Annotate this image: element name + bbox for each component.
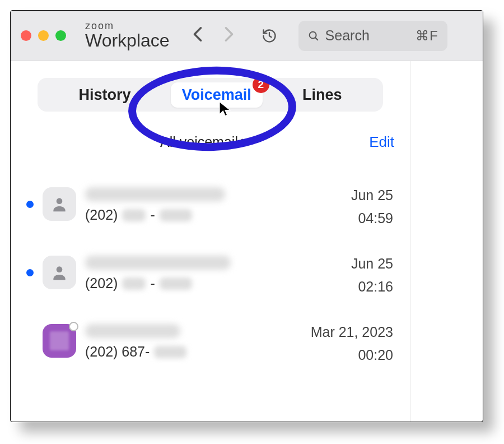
voicemail-list: (202) - Jun 25 04:59 bbox=[22, 176, 399, 381]
row-meta: Mar 21, 2023 00:20 bbox=[298, 324, 393, 363]
chevron-down-icon bbox=[241, 137, 250, 147]
phone-mid-redacted bbox=[122, 209, 146, 221]
unread-indicator bbox=[26, 269, 34, 276]
caller-phone: (202) - bbox=[85, 207, 289, 223]
voicemail-row[interactable]: (202) - Jun 25 02:16 bbox=[22, 244, 399, 313]
presence-offline-icon bbox=[69, 322, 78, 331]
search-input[interactable]: Search ⌘F bbox=[298, 21, 447, 51]
history-icon[interactable] bbox=[262, 28, 277, 44]
voicemail-date: Mar 21, 2023 bbox=[298, 324, 393, 340]
tab-lines[interactable]: Lines bbox=[291, 82, 353, 108]
detail-pane bbox=[410, 61, 483, 422]
search-placeholder: Search bbox=[325, 27, 410, 44]
phone-prefix: (202) bbox=[85, 207, 118, 223]
minimize-window-button[interactable] bbox=[38, 30, 49, 41]
avatar bbox=[43, 187, 76, 221]
filter-label: All voicemail bbox=[160, 134, 238, 150]
tab-label: History bbox=[79, 86, 131, 103]
tab-voicemail[interactable]: Voicemail 2 bbox=[171, 82, 263, 108]
caller-phone: (202) - bbox=[85, 275, 289, 292]
nav-forward-button bbox=[223, 26, 235, 45]
edit-button[interactable]: Edit bbox=[369, 133, 394, 151]
voicemail-filter-dropdown[interactable]: All voicemail bbox=[160, 134, 250, 150]
filter-row: All voicemail Edit bbox=[22, 134, 399, 150]
content-area: History Voicemail 2 Lines All voicemail bbox=[11, 61, 483, 422]
voicemail-duration: 04:59 bbox=[298, 210, 393, 226]
voicemail-row[interactable]: (202) 687- Mar 21, 2023 00:20 bbox=[22, 313, 399, 381]
unread-indicator bbox=[26, 201, 34, 208]
tab-label: Lines bbox=[302, 86, 342, 103]
titlebar: zoom Workplace Search ⌘F bbox=[11, 11, 483, 61]
avatar bbox=[43, 256, 76, 289]
nav-back-button[interactable] bbox=[192, 26, 203, 45]
tab-label: Voicemail bbox=[182, 86, 251, 103]
search-icon bbox=[307, 30, 320, 42]
caller-phone: (202) 687- bbox=[85, 344, 289, 360]
row-meta: Jun 25 04:59 bbox=[298, 187, 393, 226]
svg-line-1 bbox=[315, 37, 318, 39]
voicemail-date: Jun 25 bbox=[298, 187, 393, 203]
phone-prefix: (202) bbox=[85, 275, 118, 292]
close-window-button[interactable] bbox=[21, 30, 31, 41]
search-shortcut: ⌘F bbox=[416, 28, 438, 44]
row-main: (202) - bbox=[85, 187, 289, 223]
voicemail-duration: 00:20 bbox=[298, 347, 393, 363]
voicemail-pane: History Voicemail 2 Lines All voicemail bbox=[11, 61, 410, 422]
caller-name-redacted bbox=[85, 187, 225, 201]
avatar bbox=[43, 324, 76, 358]
window-controls bbox=[21, 30, 66, 41]
voicemail-badge: 2 bbox=[253, 76, 269, 93]
phone-prefix: (202) 687- bbox=[85, 344, 150, 360]
voicemail-date: Jun 25 bbox=[298, 256, 393, 272]
caller-name-redacted bbox=[85, 324, 180, 338]
brand-logo: zoom Workplace bbox=[85, 21, 170, 50]
fullscreen-window-button[interactable] bbox=[55, 30, 66, 41]
voicemail-duration: 02:16 bbox=[298, 279, 393, 295]
svg-point-2 bbox=[57, 198, 63, 204]
row-main: (202) 687- bbox=[85, 324, 289, 360]
phone-last-redacted bbox=[154, 346, 186, 358]
row-meta: Jun 25 02:16 bbox=[298, 256, 393, 295]
phone-last-redacted bbox=[160, 278, 192, 290]
brand-line2: Workplace bbox=[85, 31, 170, 50]
row-main: (202) - bbox=[85, 256, 289, 292]
tab-history[interactable]: History bbox=[68, 82, 142, 108]
phone-last-redacted bbox=[160, 209, 192, 221]
phone-tabs: History Voicemail 2 Lines bbox=[38, 78, 383, 112]
app-window: zoom Workplace Search ⌘F bbox=[10, 10, 483, 422]
caller-name-redacted bbox=[85, 256, 231, 270]
svg-point-3 bbox=[57, 266, 63, 272]
voicemail-row[interactable]: (202) - Jun 25 04:59 bbox=[22, 176, 399, 244]
phone-mid-redacted bbox=[122, 278, 146, 290]
nav-arrows bbox=[192, 26, 235, 45]
